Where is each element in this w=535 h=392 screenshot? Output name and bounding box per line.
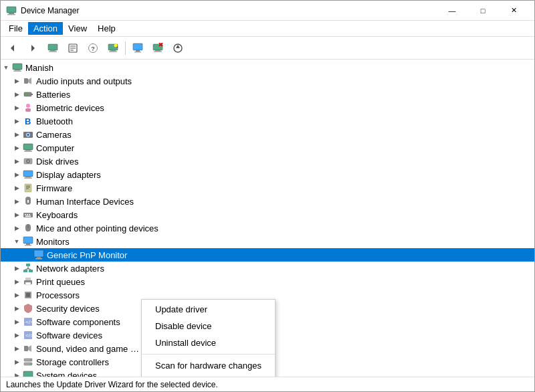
toolbar-scan[interactable] bbox=[104, 39, 122, 57]
svg-point-37 bbox=[26, 104, 30, 108]
storage-icon bbox=[22, 356, 34, 368]
svg-marker-28 bbox=[176, 45, 180, 48]
tree-item-bluetooth[interactable]: ▶ B Bluetooth bbox=[1, 114, 534, 128]
tree-item-biometric[interactable]: ▶ Biometric devices bbox=[1, 101, 534, 114]
tree-item-cameras[interactable]: ▶ Cameras bbox=[1, 128, 534, 141]
toolbar-forward[interactable] bbox=[23, 39, 42, 57]
context-menu-uninstall[interactable]: Uninstall device bbox=[142, 334, 275, 351]
toolbar-uninstall[interactable] bbox=[148, 39, 167, 57]
biometric-expander[interactable]: ▶ bbox=[11, 101, 22, 114]
cameras-icon bbox=[22, 128, 34, 140]
tree-item-batteries[interactable]: ▶ Batteries bbox=[1, 88, 534, 101]
svg-rect-38 bbox=[25, 108, 31, 112]
tree-item-mice[interactable]: ▶ Mice and other pointing devices bbox=[1, 221, 534, 235]
context-menu-scan[interactable]: Scan for hardware changes bbox=[142, 357, 275, 374]
tree-item-firmware[interactable]: ▶ Firmware bbox=[1, 181, 534, 195]
svg-rect-70 bbox=[35, 258, 42, 260]
toolbar-display[interactable] bbox=[128, 39, 147, 57]
tree-item-keyboards[interactable]: ▶ Keyboards bbox=[1, 208, 534, 221]
storage-expander[interactable]: ▶ bbox=[11, 355, 22, 369]
software-comp-label: Software components bbox=[36, 317, 120, 327]
mice-expander[interactable]: ▶ bbox=[11, 221, 22, 235]
hid-label: Human Interface Devices bbox=[36, 197, 134, 207]
print-expander[interactable]: ▶ bbox=[11, 275, 22, 288]
firmware-expander[interactable]: ▶ bbox=[11, 181, 22, 195]
toolbar-help[interactable]: ? bbox=[84, 39, 102, 57]
tree-item-display[interactable]: ▶ Display adapters bbox=[1, 168, 534, 181]
svg-rect-51 bbox=[24, 178, 32, 179]
display-expander[interactable]: ▶ bbox=[11, 168, 22, 181]
toolbar-computer[interactable] bbox=[43, 39, 62, 57]
computer-tree-icon bbox=[22, 142, 34, 154]
menu-action[interactable]: Action bbox=[28, 22, 63, 35]
audio-expander[interactable]: ▶ bbox=[11, 74, 22, 88]
device-manager-window: Device Manager — □ ✕ File Action View He… bbox=[0, 0, 535, 392]
svg-rect-0 bbox=[7, 7, 16, 13]
tree-item-hid[interactable]: ▶ Human Interface Devices bbox=[1, 195, 534, 208]
software-comp-icon: </> bbox=[22, 316, 34, 328]
forward-icon bbox=[28, 43, 37, 53]
app-icon bbox=[6, 5, 17, 16]
maximize-button[interactable]: □ bbox=[467, 1, 498, 21]
sound-expander[interactable]: ▶ bbox=[11, 342, 22, 355]
tree-item-print[interactable]: ▶ Print queues bbox=[1, 275, 534, 288]
system-icon bbox=[22, 369, 34, 377]
system-expander[interactable]: ▶ bbox=[11, 369, 22, 377]
svg-rect-6 bbox=[50, 50, 56, 52]
software-comp-expander[interactable]: ▶ bbox=[11, 315, 22, 328]
menu-view[interactable]: View bbox=[63, 22, 92, 35]
svg-line-76 bbox=[28, 268, 31, 270]
context-menu-disable[interactable]: Disable device bbox=[142, 318, 275, 334]
toolbar-back[interactable] bbox=[3, 39, 22, 57]
batteries-expander[interactable]: ▶ bbox=[11, 88, 22, 101]
hid-expander[interactable]: ▶ bbox=[11, 195, 22, 208]
status-text: Launches the Update Driver Wizard for th… bbox=[6, 380, 218, 389]
security-expander[interactable]: ▶ bbox=[11, 302, 22, 315]
processors-expander[interactable]: ▶ bbox=[11, 288, 22, 302]
biometric-icon bbox=[22, 102, 34, 114]
computer-expander[interactable]: ▶ bbox=[11, 141, 22, 155]
menu-help[interactable]: Help bbox=[92, 22, 121, 35]
menu-bar: File Action View Help bbox=[1, 21, 534, 37]
toolbar-update-driver[interactable] bbox=[169, 39, 187, 57]
status-bar: Launches the Update Driver Wizard for th… bbox=[1, 377, 534, 391]
svg-rect-5 bbox=[48, 44, 58, 50]
context-menu: Update driver Disable device Uninstall d… bbox=[141, 299, 276, 377]
svg-rect-72 bbox=[23, 270, 27, 272]
storage-label: Storage controllers bbox=[36, 357, 109, 367]
minimize-button[interactable]: — bbox=[437, 1, 467, 21]
batteries-icon bbox=[22, 88, 34, 100]
tree-item-generic-pnp[interactable]: Generic PnP Monitor bbox=[1, 248, 534, 262]
svg-rect-32 bbox=[24, 78, 28, 84]
tree-item-disk[interactable]: ▶ Disk drives bbox=[1, 155, 534, 168]
svg-rect-31 bbox=[13, 71, 21, 72]
network-expander[interactable]: ▶ bbox=[11, 262, 22, 275]
toolbar-properties[interactable] bbox=[64, 39, 82, 57]
tree-item-audio[interactable]: ▶ Audio inputs and outputs bbox=[1, 74, 534, 88]
svg-text:</>: </> bbox=[25, 319, 33, 325]
context-menu-update[interactable]: Update driver bbox=[142, 301, 275, 318]
tree-item-computer[interactable]: ▶ Computer bbox=[1, 141, 534, 155]
main-content: ▼ Manish ▶ Audio inputs and outputs ▶ bbox=[1, 60, 534, 377]
cameras-expander[interactable]: ▶ bbox=[11, 128, 22, 141]
svg-rect-65 bbox=[23, 237, 33, 243]
disk-expander[interactable]: ▶ bbox=[11, 155, 22, 168]
window-title: Device Manager bbox=[21, 6, 437, 15]
svg-rect-16 bbox=[109, 51, 117, 52]
tree-item-network[interactable]: ▶ Network adapters bbox=[1, 262, 534, 275]
print-label: Print queues bbox=[36, 277, 85, 287]
svg-rect-78 bbox=[25, 278, 31, 280]
keyboards-expander[interactable]: ▶ bbox=[11, 208, 22, 221]
root-expander[interactable]: ▼ bbox=[1, 61, 11, 74]
bluetooth-expander[interactable]: ▶ bbox=[11, 114, 22, 128]
tree-root[interactable]: ▼ Manish bbox=[1, 61, 534, 74]
uninstall-icon bbox=[152, 43, 163, 54]
software-dev-expander[interactable]: ▶ bbox=[11, 328, 22, 342]
menu-file[interactable]: File bbox=[3, 22, 28, 35]
keyboards-label: Keyboards bbox=[36, 210, 78, 220]
tree-item-monitors[interactable]: ▼ Monitors bbox=[1, 235, 534, 248]
close-button[interactable]: ✕ bbox=[498, 1, 529, 21]
network-label: Network adapters bbox=[36, 264, 104, 274]
svg-rect-79 bbox=[25, 282, 31, 285]
monitors-expander[interactable]: ▼ bbox=[11, 235, 22, 248]
